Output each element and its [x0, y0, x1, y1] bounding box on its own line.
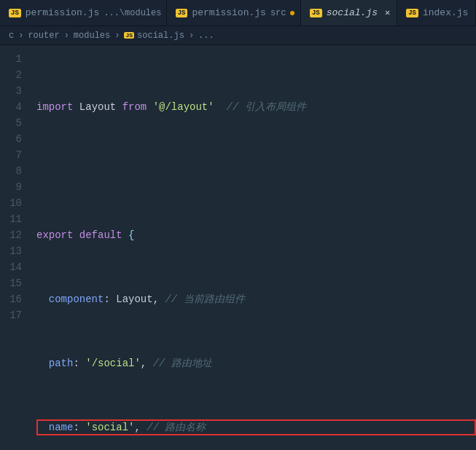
tab-permission-src[interactable]: JS permission.js src: [167, 0, 301, 25]
tab-path: ...\modules: [104, 8, 161, 18]
breadcrumb: c › router › modules › JS social.js › ..…: [0, 26, 476, 45]
breadcrumb-file: social.js: [137, 31, 184, 41]
code-content[interactable]: import Layout from '@/layout' // 引入布局组件 …: [31, 45, 476, 450]
tab-label: index.js: [423, 7, 468, 18]
tab-path: src: [270, 8, 286, 18]
js-icon: JS: [310, 9, 322, 17]
js-icon: JS: [406, 9, 418, 17]
tab-label: permission.js: [26, 7, 99, 18]
js-icon: JS: [176, 9, 188, 17]
breadcrumb-router: router: [28, 31, 59, 41]
tab-label: permission.js: [192, 7, 265, 18]
code-line-5: path: '/social', // 路由地址: [36, 355, 476, 371]
breadcrumb-modules: modules: [74, 31, 110, 41]
code-line-1: import Layout from '@/layout' // 引入布局组件: [36, 99, 476, 115]
tab-social[interactable]: JS social.js ✕: [301, 0, 397, 25]
unsaved-dot: [290, 11, 294, 15]
code-line-2: [36, 163, 476, 179]
breadcrumb-c: c: [9, 31, 14, 41]
code-line-4: component: Layout, // 当前路由组件: [36, 291, 476, 307]
breadcrumb-js-icon: JS: [124, 32, 134, 39]
close-tab-button[interactable]: ✕: [385, 7, 390, 18]
tab-label: social.js: [327, 7, 378, 18]
js-icon: JS: [9, 9, 21, 17]
line-numbers: 1 2 3 4 5 6 7 8 9 10 11 12 13 14 15 16 1…: [0, 45, 31, 450]
code-line-3: export default {: [36, 227, 476, 243]
tab-index[interactable]: JS index.js: [397, 0, 476, 25]
code-line-6: name: 'social', // 路由名称: [36, 419, 476, 435]
breadcrumb-ellipsis: ...: [198, 31, 214, 41]
code-area: 1 2 3 4 5 6 7 8 9 10 11 12 13 14 15 16 1…: [0, 45, 476, 450]
tab-bar: JS permission.js ...\modules JS permissi…: [0, 0, 476, 26]
tab-permission-modules[interactable]: JS permission.js ...\modules: [0, 0, 167, 25]
